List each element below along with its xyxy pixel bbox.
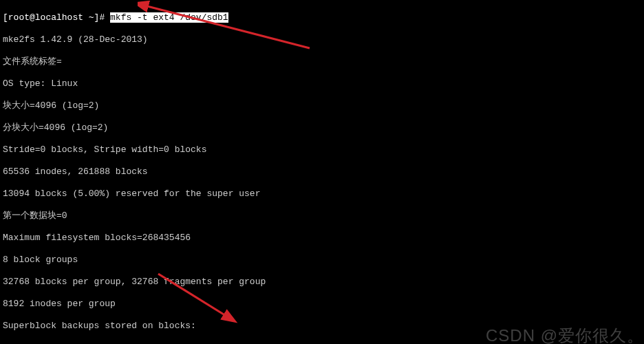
terminal[interactable]: [root@localhost ~]# mkfs -t ext4 /dev/sd… <box>0 0 644 344</box>
mkfs-output-line: 32768 blocks per group, 32768 fragments … <box>3 277 641 288</box>
mkfs-output-line: 13094 blocks (5.00%) reserved for the su… <box>3 189 641 200</box>
mkfs-output-line: 块大小=4096 (log=2) <box>3 100 641 111</box>
mkfs-output-line: mke2fs 1.42.9 (28-Dec-2013) <box>3 34 641 45</box>
mkfs-output-line: 文件系统标签= <box>3 56 641 67</box>
watermark-text: CSDN @爱你很久。 <box>486 330 644 341</box>
mkfs-output-line: 65536 inodes, 261888 blocks <box>3 166 641 178</box>
mkfs-output-line: 第一个数据块=0 <box>3 211 641 222</box>
prompt-line-1: [root@localhost ~]# mkfs -t ext4 /dev/sd… <box>3 12 641 23</box>
mkfs-output-line: Maximum filesystem blocks=268435456 <box>3 233 641 244</box>
prompt-user: [root@localhost ~]# <box>3 12 105 23</box>
mkfs-output-line: Stride=0 blocks, Stripe width=0 blocks <box>3 144 641 155</box>
mkfs-output-line: 8 block groups <box>3 255 641 266</box>
mkfs-output-line: 分块大小=4096 (log=2) <box>3 122 641 133</box>
command-mkfs: mkfs -t ext4 /dev/sdb1 <box>110 12 228 23</box>
mkfs-output-line: 8192 inodes per group <box>3 299 641 310</box>
mkfs-output-line: OS type: Linux <box>3 78 641 89</box>
